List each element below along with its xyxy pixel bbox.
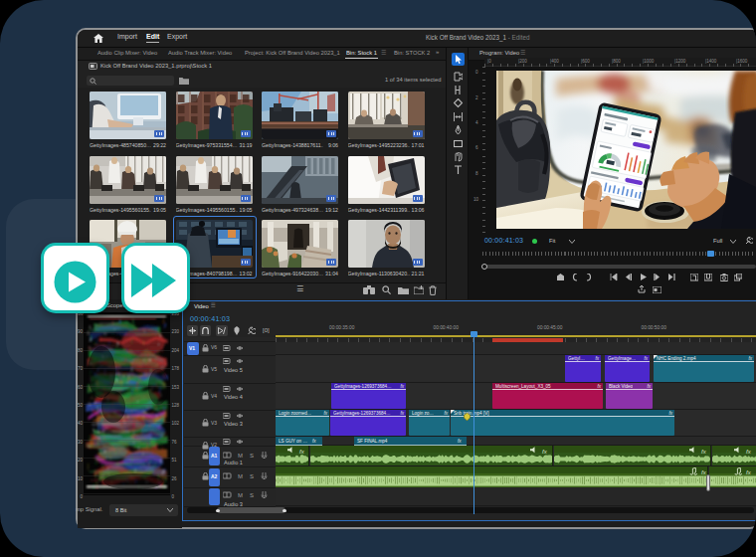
svg-text:S: S	[250, 453, 254, 459]
svg-text:fx: fx	[746, 469, 752, 475]
svg-text:S: S	[250, 473, 254, 479]
svg-text:fx: fx	[701, 449, 707, 455]
svg-text:M: M	[238, 453, 243, 459]
svg-text:fx: fx	[542, 449, 548, 455]
svg-text:S: S	[250, 492, 254, 498]
svg-text:fx: fx	[746, 449, 752, 455]
svg-text:M: M	[238, 492, 243, 498]
svg-text:M: M	[238, 473, 243, 479]
svg-text:fx: fx	[299, 449, 305, 455]
